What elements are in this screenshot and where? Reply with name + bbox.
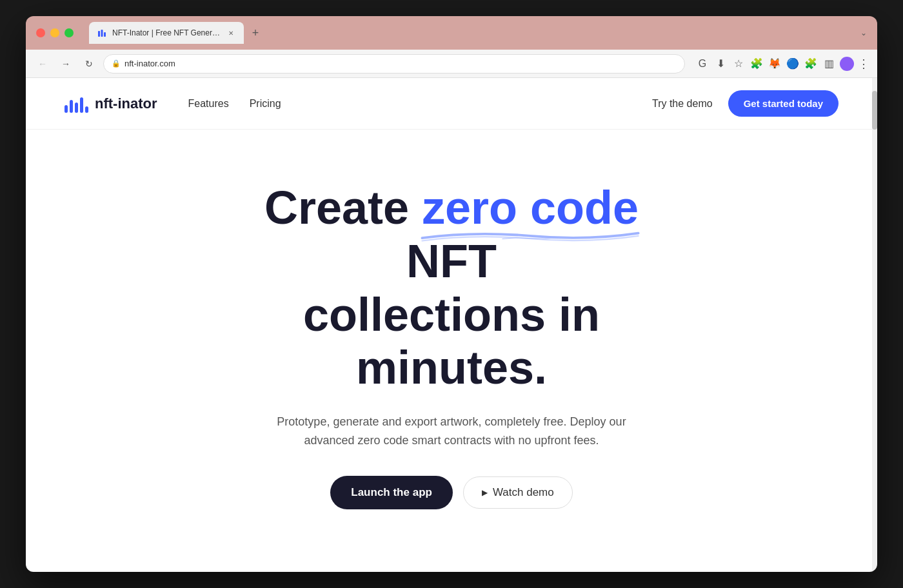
extension-icon-3[interactable]: 🔵 [786,57,800,71]
browser-toolbar: ← → ↻ 🔒 nft-inator.com G ⬇ ☆ 🧩 🦊 🔵 🧩 ▥ ⋮ [26,50,877,78]
site-logo[interactable]: nft-inator [64,95,157,113]
site-nav-right: Try the demo Get started today [652,90,838,117]
extension-icon-1[interactable]: 🧩 [749,57,764,71]
lock-icon: 🔒 [112,59,121,68]
watch-demo-label: Watch demo [493,486,554,499]
logo-text: nft-inator [95,95,157,112]
forward-button[interactable]: → [57,55,75,73]
hero-title: Create zero code NFT collections in minu… [226,181,677,395]
url-text: nft-inator.com [124,59,677,68]
page-content: nft-inator Features Pricing Try the demo… [26,78,877,572]
hero-title-post: NFT [406,235,497,287]
try-demo-link[interactable]: Try the demo [652,98,713,110]
launch-app-button[interactable]: Launch the app [330,476,453,509]
logo-icon [64,95,88,113]
svg-rect-1 [101,30,103,37]
toolbar-icons: G ⬇ ☆ 🧩 🦊 🔵 🧩 ▥ ⋮ [695,57,869,71]
features-link[interactable]: Features [188,98,229,110]
hero-title-line2: collections in minutes. [303,289,600,394]
active-tab[interactable]: NFT-Inator | Free NFT Generat... ✕ [89,22,244,44]
star-icon[interactable]: ☆ [731,57,746,71]
works-best-section: Works best on EVM chains [26,548,877,572]
extension-icon-2[interactable]: 🦊 [768,57,782,71]
play-icon: ▶ [482,488,488,497]
extension-icon-4[interactable]: 🧩 [804,57,818,71]
browser-titlebar: NFT-Inator | Free NFT Generat... ✕ + ⌄ [26,16,877,50]
tab-title-text: NFT-Inator | Free NFT Generat... [112,28,221,37]
tab-bar: NFT-Inator | Free NFT Generat... ✕ + [89,22,853,44]
logo-bar-4 [80,97,83,113]
refresh-button[interactable]: ↻ [80,55,98,73]
get-started-button[interactable]: Get started today [728,90,838,117]
browser-menu-button[interactable]: ⋮ [858,57,869,71]
back-button[interactable]: ← [34,55,52,73]
logo-bar-3 [75,103,78,113]
hero-title-pre: Create [264,182,422,233]
site-nav-links: Features Pricing [188,98,281,110]
site-navbar: nft-inator Features Pricing Try the demo… [26,78,877,130]
hero-section: Create zero code NFT collections in minu… [26,130,877,548]
scrollbar-thumb[interactable] [872,91,877,130]
logo-bar-5 [85,106,88,113]
sidebar-icon[interactable]: ▥ [822,57,836,71]
chevron-down-icon: ⌄ [860,28,867,37]
hero-title-highlight: zero code [422,181,639,235]
watch-demo-button[interactable]: ▶ Watch demo [463,476,573,509]
maximize-window-button[interactable] [64,28,74,37]
svg-rect-2 [104,32,106,37]
logo-bar-1 [64,105,68,113]
hero-buttons: Launch the app ▶ Watch demo [330,476,572,509]
svg-rect-0 [98,31,100,37]
new-tab-button[interactable]: + [246,24,264,42]
profile-avatar[interactable] [840,57,854,71]
traffic-lights [36,28,74,37]
tab-favicon-icon [97,28,107,38]
minimize-window-button[interactable] [50,28,59,37]
close-tab-button[interactable]: ✕ [226,28,236,38]
browser-window: NFT-Inator | Free NFT Generat... ✕ + ⌄ ←… [26,16,877,572]
download-icon[interactable]: ⬇ [713,57,728,71]
scrollbar[interactable] [872,78,877,572]
close-window-button[interactable] [36,28,45,37]
google-icon[interactable]: G [695,57,710,71]
address-bar[interactable]: 🔒 nft-inator.com [103,54,685,74]
logo-bar-2 [70,100,73,113]
highlight-underline-svg [419,228,642,242]
hero-subtitle: Prototype, generate and export artwork, … [264,413,639,450]
pricing-link[interactable]: Pricing [250,98,281,110]
hero-highlight-text: zero code [422,182,639,233]
